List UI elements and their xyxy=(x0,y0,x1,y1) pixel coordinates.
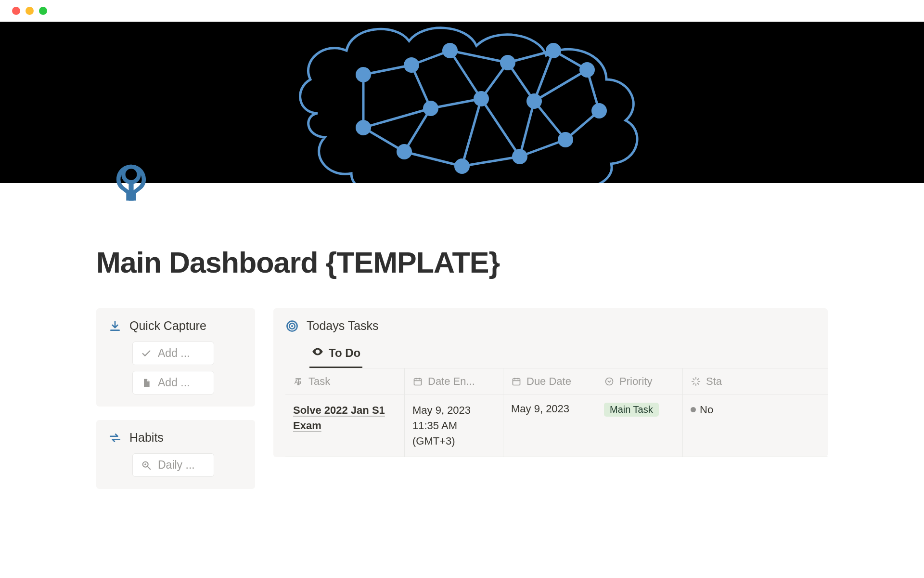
svg-line-43 xyxy=(148,466,151,469)
svg-line-63 xyxy=(697,383,699,384)
svg-line-2 xyxy=(450,51,508,63)
tab-todo-label: To Do xyxy=(329,346,360,360)
cell-task[interactable]: Solve 2022 Jan S1 Exam xyxy=(285,395,405,457)
tasks-table-header: Aa Task Date En... xyxy=(285,368,828,395)
download-icon xyxy=(108,319,122,333)
search-icon xyxy=(141,460,152,471)
svg-point-39 xyxy=(526,93,542,109)
quick-capture-add-task-label: Add ... xyxy=(158,347,190,360)
quick-capture-add-task-button[interactable]: Add ... xyxy=(132,342,214,365)
quick-capture-header: Quick Capture xyxy=(108,319,243,333)
cell-due-date[interactable]: May 9, 2023 xyxy=(503,395,596,457)
minimize-window-button[interactable] xyxy=(26,7,34,15)
target-icon xyxy=(285,319,299,333)
eye-icon xyxy=(311,345,324,361)
repeat-icon xyxy=(108,431,122,445)
status-label: No xyxy=(700,404,713,416)
column-header-due-date[interactable]: Due Date xyxy=(503,368,596,394)
svg-point-29 xyxy=(546,43,561,58)
check-icon xyxy=(141,348,152,359)
svg-line-23 xyxy=(534,51,553,101)
status-dot-icon xyxy=(691,407,696,412)
svg-point-57 xyxy=(606,378,613,385)
svg-point-33 xyxy=(512,149,527,164)
cell-date-entered[interactable]: May 9, 2023 11:35 AM (GMT+3) xyxy=(405,395,503,457)
page-icon[interactable] xyxy=(111,161,152,204)
svg-point-28 xyxy=(500,55,515,70)
todays-tasks-header: Todays Tasks xyxy=(285,319,828,333)
quick-capture-add-note-label: Add ... xyxy=(158,376,190,389)
svg-line-64 xyxy=(693,383,694,384)
svg-point-36 xyxy=(356,120,371,135)
svg-line-21 xyxy=(520,101,534,157)
svg-line-14 xyxy=(431,99,481,108)
svg-point-30 xyxy=(579,62,595,78)
priority-tag: Main Task xyxy=(604,403,659,417)
quick-capture-add-note-button[interactable]: Add ... xyxy=(132,371,214,394)
svg-text:Aa: Aa xyxy=(295,379,302,385)
todays-tasks-card: Todays Tasks To Do Aa xyxy=(273,308,828,457)
habits-header: Habits xyxy=(108,431,243,445)
svg-line-9 xyxy=(404,152,462,166)
habits-daily-button[interactable]: Daily ... xyxy=(132,453,214,477)
cell-priority[interactable]: Main Task xyxy=(596,395,683,457)
svg-point-35 xyxy=(397,144,412,159)
habits-header-label: Habits xyxy=(129,431,164,445)
text-property-icon: Aa xyxy=(293,376,304,387)
column-header-priority[interactable]: Priority xyxy=(596,368,683,394)
brain-network-graphic xyxy=(279,22,674,183)
window-titlebar xyxy=(0,0,924,22)
svg-point-32 xyxy=(558,132,573,147)
svg-rect-49 xyxy=(414,379,422,385)
todays-tasks-header-label: Todays Tasks xyxy=(307,319,379,333)
habits-card: Habits Daily ... xyxy=(96,420,255,489)
svg-line-17 xyxy=(462,99,481,166)
habits-daily-label: Daily ... xyxy=(158,459,195,472)
column-header-status[interactable]: Sta xyxy=(683,368,725,394)
svg-line-24 xyxy=(450,51,481,99)
calendar-icon xyxy=(511,376,522,387)
page-title[interactable]: Main Dashboard {TEMPLATE} xyxy=(96,246,828,279)
page-cover[interactable] xyxy=(0,22,924,183)
tab-todo[interactable]: To Do xyxy=(309,342,362,368)
svg-line-62 xyxy=(693,379,694,380)
select-property-icon xyxy=(604,376,615,387)
quick-capture-header-label: Quick Capture xyxy=(129,319,206,333)
svg-line-19 xyxy=(534,70,587,101)
column-header-date-entered[interactable]: Date En... xyxy=(405,368,503,394)
document-icon xyxy=(141,377,152,389)
quick-capture-card: Quick Capture Add ... Add ... xyxy=(96,308,255,407)
svg-point-26 xyxy=(404,57,419,73)
svg-point-27 xyxy=(442,43,458,58)
svg-point-42 xyxy=(144,463,146,465)
svg-rect-40 xyxy=(128,184,133,201)
task-link[interactable]: Solve 2022 Jan S1 Exam xyxy=(293,404,385,432)
svg-point-37 xyxy=(423,101,438,116)
svg-point-25 xyxy=(356,67,371,82)
svg-line-65 xyxy=(697,379,699,380)
calendar-icon xyxy=(412,376,423,387)
maximize-window-button[interactable] xyxy=(39,7,47,15)
status-property-icon xyxy=(691,376,701,387)
svg-point-47 xyxy=(317,351,319,353)
svg-point-38 xyxy=(474,91,489,106)
cell-status[interactable]: No xyxy=(683,395,725,457)
svg-point-31 xyxy=(591,103,607,118)
svg-line-8 xyxy=(462,157,520,166)
svg-line-16 xyxy=(481,99,520,157)
svg-rect-53 xyxy=(513,379,520,385)
close-window-button[interactable] xyxy=(12,7,20,15)
svg-point-46 xyxy=(291,325,293,327)
tasks-table: Aa Task Date En... xyxy=(285,368,828,457)
table-row[interactable]: Solve 2022 Jan S1 Exam May 9, 2023 11:35… xyxy=(285,395,828,457)
column-header-task[interactable]: Aa Task xyxy=(285,368,405,394)
svg-point-34 xyxy=(454,158,470,174)
